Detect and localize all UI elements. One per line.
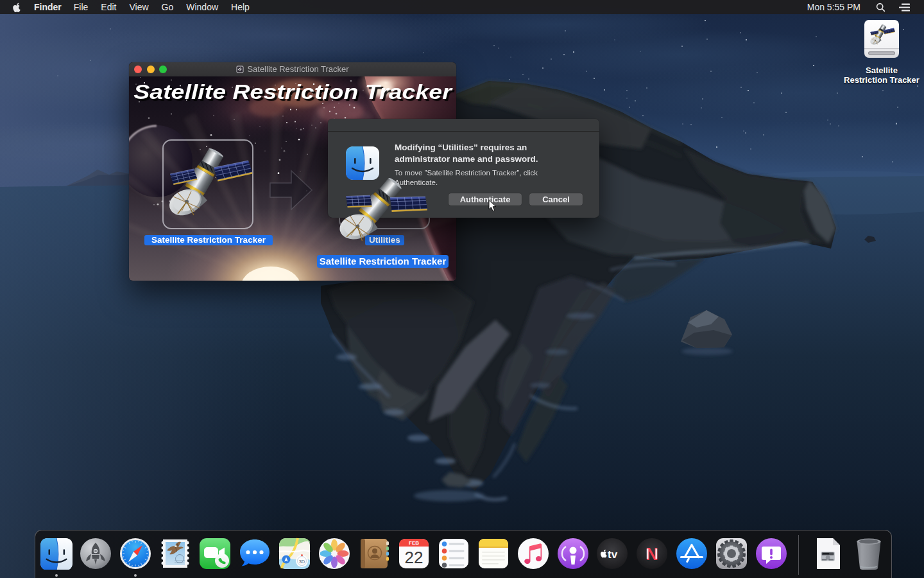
svg-text:3D: 3D [299,559,305,565]
svg-text:22: 22 [405,548,424,567]
svg-text:tv: tv [608,548,618,561]
svg-text:FEB: FEB [409,540,419,546]
